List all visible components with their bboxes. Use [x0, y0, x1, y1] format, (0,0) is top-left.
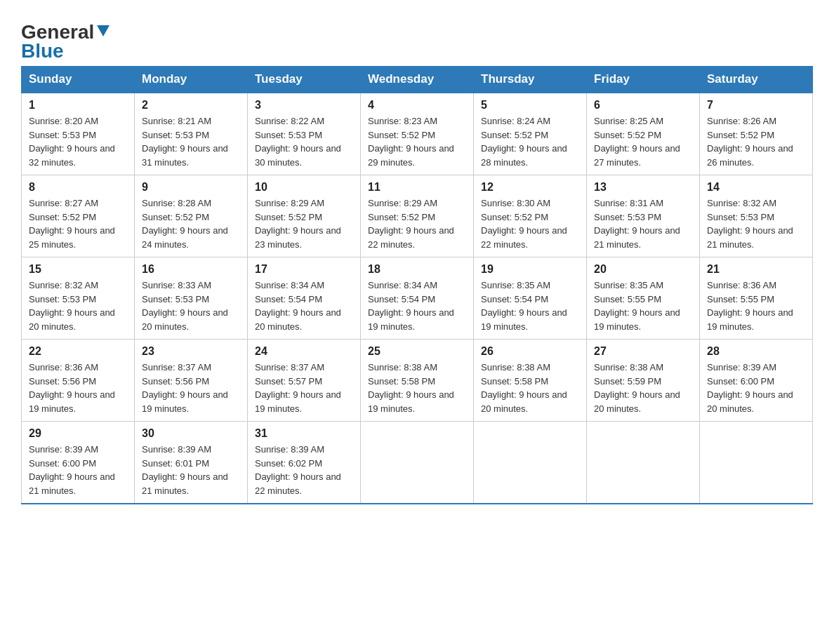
day-number: 25 — [368, 345, 466, 358]
calendar-day-cell: 28Sunrise: 8:39 AMSunset: 6:00 PMDayligh… — [700, 340, 813, 422]
day-number: 30 — [142, 427, 240, 440]
calendar-day-cell — [587, 422, 700, 504]
logo: General Blue — [21, 21, 110, 59]
day-number: 27 — [594, 345, 692, 358]
calendar-week-row: 22Sunrise: 8:36 AMSunset: 5:56 PMDayligh… — [22, 340, 813, 422]
day-info: Sunrise: 8:20 AMSunset: 5:53 PMDaylight:… — [29, 114, 127, 169]
day-info: Sunrise: 8:38 AMSunset: 5:58 PMDaylight:… — [368, 361, 466, 415]
calendar-day-cell: 29Sunrise: 8:39 AMSunset: 6:00 PMDayligh… — [22, 422, 135, 504]
day-of-week-header: Tuesday — [248, 67, 361, 93]
calendar-day-cell: 17Sunrise: 8:34 AMSunset: 5:54 PMDayligh… — [248, 257, 361, 340]
calendar-day-cell: 14Sunrise: 8:32 AMSunset: 5:53 PMDayligh… — [700, 175, 813, 257]
calendar-day-cell: 25Sunrise: 8:38 AMSunset: 5:58 PMDayligh… — [361, 340, 474, 422]
calendar-day-cell: 10Sunrise: 8:29 AMSunset: 5:52 PMDayligh… — [248, 175, 361, 257]
day-info: Sunrise: 8:36 AMSunset: 5:56 PMDaylight:… — [29, 361, 127, 415]
day-info: Sunrise: 8:39 AMSunset: 6:01 PMDaylight:… — [142, 443, 240, 497]
calendar-day-cell: 9Sunrise: 8:28 AMSunset: 5:52 PMDaylight… — [135, 175, 248, 257]
day-info: Sunrise: 8:36 AMSunset: 5:55 PMDaylight:… — [707, 279, 805, 333]
day-number: 28 — [707, 345, 805, 358]
day-info: Sunrise: 8:39 AMSunset: 6:00 PMDaylight:… — [707, 361, 805, 415]
day-of-week-header: Wednesday — [361, 67, 474, 93]
day-number: 31 — [255, 427, 353, 440]
calendar-day-cell: 20Sunrise: 8:35 AMSunset: 5:55 PMDayligh… — [587, 257, 700, 340]
day-info: Sunrise: 8:29 AMSunset: 5:52 PMDaylight:… — [255, 196, 353, 251]
day-number: 22 — [29, 345, 127, 358]
calendar-day-cell: 18Sunrise: 8:34 AMSunset: 5:54 PMDayligh… — [361, 257, 474, 340]
calendar-day-cell: 27Sunrise: 8:38 AMSunset: 5:59 PMDayligh… — [587, 340, 700, 422]
calendar-day-cell: 23Sunrise: 8:37 AMSunset: 5:56 PMDayligh… — [135, 340, 248, 422]
calendar-day-cell: 3Sunrise: 8:22 AMSunset: 5:53 PMDaylight… — [248, 93, 361, 175]
day-info: Sunrise: 8:34 AMSunset: 5:54 PMDaylight:… — [368, 279, 466, 333]
logo-blue-text: Blue — [21, 43, 64, 59]
day-number: 13 — [594, 181, 692, 194]
day-number: 11 — [368, 181, 466, 194]
day-number: 6 — [594, 99, 692, 112]
calendar-table: SundayMondayTuesdayWednesdayThursdayFrid… — [21, 66, 813, 504]
day-info: Sunrise: 8:25 AMSunset: 5:52 PMDaylight:… — [594, 114, 692, 169]
day-number: 19 — [481, 263, 579, 276]
day-number: 21 — [707, 263, 805, 276]
calendar-day-cell: 26Sunrise: 8:38 AMSunset: 5:58 PMDayligh… — [474, 340, 587, 422]
calendar-day-cell: 2Sunrise: 8:21 AMSunset: 5:53 PMDaylight… — [135, 93, 248, 175]
day-info: Sunrise: 8:34 AMSunset: 5:54 PMDaylight:… — [255, 279, 353, 333]
day-info: Sunrise: 8:29 AMSunset: 5:52 PMDaylight:… — [368, 196, 466, 251]
calendar-day-cell: 24Sunrise: 8:37 AMSunset: 5:57 PMDayligh… — [248, 340, 361, 422]
day-number: 12 — [481, 181, 579, 194]
calendar-day-cell — [361, 422, 474, 504]
day-number: 17 — [255, 263, 353, 276]
calendar-week-row: 15Sunrise: 8:32 AMSunset: 5:53 PMDayligh… — [22, 257, 813, 340]
calendar-day-cell: 8Sunrise: 8:27 AMSunset: 5:52 PMDaylight… — [22, 175, 135, 257]
day-number: 14 — [707, 181, 805, 194]
day-info: Sunrise: 8:28 AMSunset: 5:52 PMDaylight:… — [142, 196, 240, 251]
calendar-header-row: SundayMondayTuesdayWednesdayThursdayFrid… — [22, 67, 813, 93]
day-number: 2 — [142, 99, 240, 112]
day-info: Sunrise: 8:35 AMSunset: 5:54 PMDaylight:… — [481, 279, 579, 333]
day-number: 20 — [594, 263, 692, 276]
day-number: 5 — [481, 99, 579, 112]
calendar-day-cell — [474, 422, 587, 504]
calendar-day-cell: 30Sunrise: 8:39 AMSunset: 6:01 PMDayligh… — [135, 422, 248, 504]
day-number: 24 — [255, 345, 353, 358]
calendar-day-cell — [700, 422, 813, 504]
day-of-week-header: Saturday — [700, 67, 813, 93]
day-info: Sunrise: 8:27 AMSunset: 5:52 PMDaylight:… — [29, 196, 127, 251]
day-info: Sunrise: 8:24 AMSunset: 5:52 PMDaylight:… — [481, 114, 579, 169]
calendar-day-cell: 19Sunrise: 8:35 AMSunset: 5:54 PMDayligh… — [474, 257, 587, 340]
day-number: 4 — [368, 99, 466, 112]
day-number: 23 — [142, 345, 240, 358]
day-number: 1 — [29, 99, 127, 112]
day-info: Sunrise: 8:22 AMSunset: 5:53 PMDaylight:… — [255, 114, 353, 169]
calendar-day-cell: 22Sunrise: 8:36 AMSunset: 5:56 PMDayligh… — [22, 340, 135, 422]
calendar-day-cell: 16Sunrise: 8:33 AMSunset: 5:53 PMDayligh… — [135, 257, 248, 340]
day-number: 3 — [255, 99, 353, 112]
day-info: Sunrise: 8:26 AMSunset: 5:52 PMDaylight:… — [707, 114, 805, 169]
day-number: 10 — [255, 181, 353, 194]
day-number: 7 — [707, 99, 805, 112]
day-number: 9 — [142, 181, 240, 194]
day-number: 18 — [368, 263, 466, 276]
calendar-day-cell: 1Sunrise: 8:20 AMSunset: 5:53 PMDaylight… — [22, 93, 135, 175]
day-info: Sunrise: 8:33 AMSunset: 5:53 PMDaylight:… — [142, 279, 240, 333]
day-of-week-header: Thursday — [474, 67, 587, 93]
calendar-week-row: 8Sunrise: 8:27 AMSunset: 5:52 PMDaylight… — [22, 175, 813, 257]
calendar-day-cell: 11Sunrise: 8:29 AMSunset: 5:52 PMDayligh… — [361, 175, 474, 257]
day-number: 15 — [29, 263, 127, 276]
day-number: 8 — [29, 181, 127, 194]
calendar-day-cell: 6Sunrise: 8:25 AMSunset: 5:52 PMDaylight… — [587, 93, 700, 175]
calendar-week-row: 29Sunrise: 8:39 AMSunset: 6:00 PMDayligh… — [22, 422, 813, 504]
day-info: Sunrise: 8:38 AMSunset: 5:59 PMDaylight:… — [594, 361, 692, 415]
day-info: Sunrise: 8:32 AMSunset: 5:53 PMDaylight:… — [29, 279, 127, 333]
day-info: Sunrise: 8:31 AMSunset: 5:53 PMDaylight:… — [594, 196, 692, 251]
day-info: Sunrise: 8:35 AMSunset: 5:55 PMDaylight:… — [594, 279, 692, 333]
day-info: Sunrise: 8:30 AMSunset: 5:52 PMDaylight:… — [481, 196, 579, 251]
day-number: 29 — [29, 427, 127, 440]
day-info: Sunrise: 8:39 AMSunset: 6:02 PMDaylight:… — [255, 443, 353, 497]
calendar-day-cell: 4Sunrise: 8:23 AMSunset: 5:52 PMDaylight… — [361, 93, 474, 175]
day-info: Sunrise: 8:37 AMSunset: 5:57 PMDaylight:… — [255, 361, 353, 415]
day-info: Sunrise: 8:21 AMSunset: 5:53 PMDaylight:… — [142, 114, 240, 169]
calendar-week-row: 1Sunrise: 8:20 AMSunset: 5:53 PMDaylight… — [22, 93, 813, 175]
calendar-day-cell: 13Sunrise: 8:31 AMSunset: 5:53 PMDayligh… — [587, 175, 700, 257]
day-info: Sunrise: 8:37 AMSunset: 5:56 PMDaylight:… — [142, 361, 240, 415]
page-header: General Blue — [21, 14, 813, 59]
day-of-week-header: Sunday — [22, 67, 135, 93]
